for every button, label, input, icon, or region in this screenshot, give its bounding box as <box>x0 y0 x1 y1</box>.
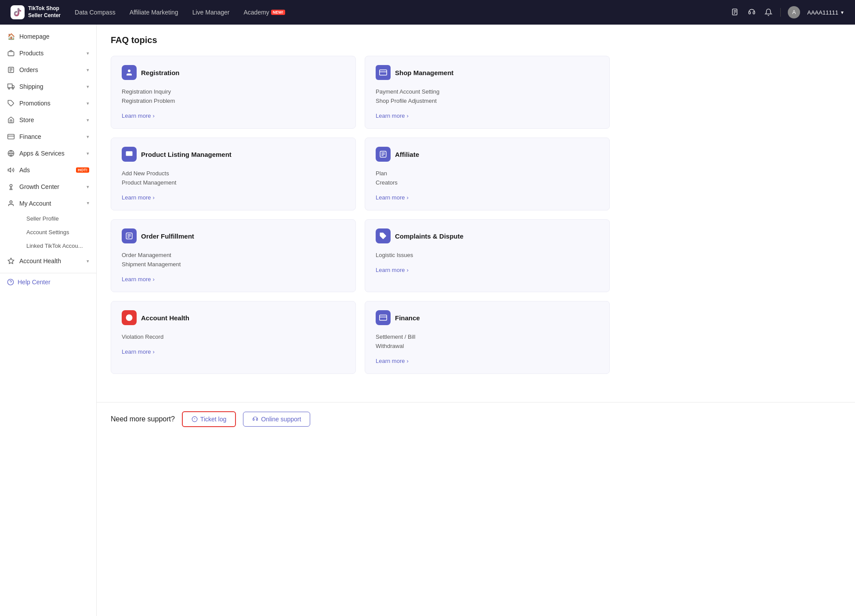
avatar: A <box>788 6 800 18</box>
nav-links: Data Compass Affiliate Marketing Live Ma… <box>75 9 716 16</box>
sidebar-item-account-health[interactable]: Account Health ▾ <box>0 253 96 269</box>
faq-card-affiliate: Affiliate Plan Creators Learn more › <box>365 138 610 210</box>
sidebar-item-shipping[interactable]: Shipping ▾ <box>0 78 96 95</box>
registration-icon <box>122 65 137 80</box>
support-label: Need more support? <box>111 415 175 423</box>
sidebar-label-growth-center: Growth Center <box>19 183 82 190</box>
sidebar-item-growth-center[interactable]: Growth Center ▾ <box>0 178 96 195</box>
layout: 🏠 Homepage Products ▾ Orders ▾ Shipping … <box>0 25 855 616</box>
faq-card-items-finance: Settlement / Bill Withdrawal <box>376 332 599 351</box>
new-badge: NEW! <box>271 10 285 15</box>
svg-point-12 <box>12 88 14 89</box>
faq-card-items-account-health: Violation Record <box>122 332 345 341</box>
nav-academy[interactable]: Academy NEW! <box>243 9 285 16</box>
sidebar-item-ads[interactable]: Ads HOT! <box>0 162 96 178</box>
faq-item-add-products: Add New Products <box>122 169 345 178</box>
complaints-icon <box>376 228 391 243</box>
faq-card-shop-management: Shop Management Payment Account Setting … <box>365 56 610 129</box>
account-health-icon <box>7 257 15 265</box>
faq-item-settlement-bill: Settlement / Bill <box>376 332 599 341</box>
faq-item-product-management: Product Management <box>122 178 345 187</box>
user-name[interactable]: AAAA11111 ▼ <box>807 9 844 16</box>
main-inner: FAQ topics Registration Registration Inq… <box>97 25 624 402</box>
logo[interactable]: TikTok ShopSeller Center <box>11 5 61 19</box>
faq-card-title-registration: Registration <box>141 69 180 76</box>
faq-card-account-health: Account Health Violation Record Learn mo… <box>111 301 356 374</box>
learn-more-account-health[interactable]: Learn more › <box>122 348 155 355</box>
chevron-up-icon: ▴ <box>87 201 89 207</box>
nav-data-compass[interactable]: Data Compass <box>75 9 116 16</box>
faq-card-header-product-listing: Product Listing Management <box>122 147 345 162</box>
faq-item-payment-account: Payment Account Setting <box>376 87 599 96</box>
sidebar-item-products[interactable]: Products ▾ <box>0 45 96 62</box>
learn-more-affiliate[interactable]: Learn more › <box>376 194 409 201</box>
sidebar-item-store[interactable]: Store ▾ <box>0 112 96 128</box>
growth-center-icon <box>7 183 15 191</box>
faq-grid: Registration Registration Inquiry Regist… <box>111 56 610 374</box>
sidebar-label-finance: Finance <box>19 133 82 140</box>
faq-card-complaints: Complaints & Dispute Logistic Issues Lea… <box>365 219 610 292</box>
faq-item-registration-inquiry: Registration Inquiry <box>122 87 345 96</box>
sidebar-label-ads: Ads <box>19 167 70 174</box>
sidebar-item-homepage[interactable]: 🏠 Homepage <box>0 28 96 45</box>
sidebar-item-finance[interactable]: Finance ▾ <box>0 128 96 145</box>
faq-card-finance: Finance Settlement / Bill Withdrawal Lea… <box>365 301 610 374</box>
headset-icon[interactable] <box>747 7 757 17</box>
faq-item-shipment-management: Shipment Management <box>122 260 345 269</box>
chevron-down-icon: ▾ <box>87 51 89 56</box>
ticket-log-button[interactable]: Ticket log <box>182 411 236 427</box>
product-listing-icon <box>122 147 137 162</box>
affiliate-icon <box>376 147 391 162</box>
faq-card-items-shop-management: Payment Account Setting Shop Profile Adj… <box>376 87 599 105</box>
online-support-button[interactable]: Online support <box>243 412 310 427</box>
sidebar-item-my-account[interactable]: My Account ▴ <box>0 195 96 212</box>
faq-item-plan: Plan <box>376 169 599 178</box>
faq-card-title-affiliate: Affiliate <box>395 151 419 158</box>
learn-more-complaints[interactable]: Learn more › <box>376 267 409 273</box>
faq-item-order-management: Order Management <box>122 250 345 260</box>
tiktok-icon <box>11 5 25 19</box>
products-icon <box>7 49 15 57</box>
promotions-icon <box>7 99 15 107</box>
apps-services-icon <box>7 149 15 157</box>
page-title: FAQ topics <box>111 35 610 45</box>
learn-more-shop-management[interactable]: Learn more › <box>376 112 409 119</box>
sidebar-label-store: Store <box>19 116 82 123</box>
faq-card-registration: Registration Registration Inquiry Regist… <box>111 56 356 129</box>
sidebar-sub-seller-profile[interactable]: Seller Profile <box>19 212 96 225</box>
sidebar-label-apps-services: Apps & Services <box>19 150 82 157</box>
shipping-icon <box>7 83 15 91</box>
faq-item-logistic-issues: Logistic Issues <box>376 250 599 260</box>
sidebar-sub-linked-tiktok[interactable]: Linked TikTok Accou... <box>19 239 96 253</box>
order-fulfillment-icon <box>122 228 137 243</box>
document-icon[interactable] <box>730 7 740 17</box>
bell-icon[interactable] <box>764 7 773 17</box>
faq-item-shop-profile: Shop Profile Adjustment <box>376 96 599 105</box>
nav-live-manager[interactable]: Live Manager <box>192 9 230 16</box>
svg-marker-18 <box>8 168 11 172</box>
sidebar-item-promotions[interactable]: Promotions ▾ <box>0 95 96 112</box>
sidebar-item-apps-services[interactable]: Apps & Services ▾ <box>0 145 96 162</box>
svg-point-23 <box>128 69 130 72</box>
svg-rect-41 <box>380 315 387 320</box>
learn-more-product-listing[interactable]: Learn more › <box>122 194 155 201</box>
faq-card-header-affiliate: Affiliate <box>376 147 599 162</box>
chevron-down-icon: ▾ <box>87 134 89 140</box>
learn-more-registration[interactable]: Learn more › <box>122 112 155 119</box>
sidebar-sub-account-settings[interactable]: Account Settings <box>19 225 96 239</box>
learn-more-order-fulfillment[interactable]: Learn more › <box>122 276 155 283</box>
nav-affiliate-marketing[interactable]: Affiliate Marketing <box>130 9 178 16</box>
ads-icon <box>7 166 15 174</box>
help-center-link[interactable]: Help Center <box>0 273 96 291</box>
chevron-down-icon: ▾ <box>87 117 89 123</box>
top-navigation: TikTok ShopSeller Center Data Compass Af… <box>0 0 855 25</box>
learn-more-finance[interactable]: Learn more › <box>376 358 409 364</box>
account-health-card-icon <box>122 310 137 325</box>
faq-card-product-listing: Product Listing Management Add New Produ… <box>111 138 356 210</box>
svg-rect-24 <box>380 70 387 75</box>
faq-card-items-registration: Registration Inquiry Registration Proble… <box>122 87 345 105</box>
help-center-label: Help Center <box>18 279 51 286</box>
sidebar-item-orders[interactable]: Orders ▾ <box>0 62 96 78</box>
faq-item-withdrawal: Withdrawal <box>376 341 599 351</box>
faq-card-header-finance: Finance <box>376 310 599 325</box>
